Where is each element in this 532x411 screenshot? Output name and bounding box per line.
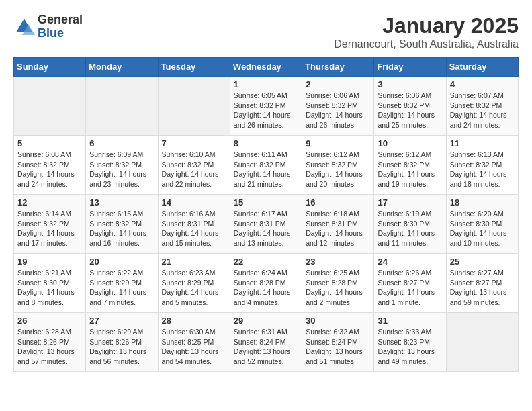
day-number: 31: [378, 316, 442, 326]
day-number: 21: [162, 257, 226, 267]
logo-icon: [13, 16, 35, 38]
weekday-header-row: SundayMondayTuesdayWednesdayThursdayFrid…: [14, 58, 519, 77]
calendar-cell: [86, 77, 158, 136]
calendar-cell: 8Sunrise: 6:11 AMSunset: 8:32 PMDaylight…: [230, 136, 302, 195]
calendar-cell: 10Sunrise: 6:12 AMSunset: 8:32 PMDayligh…: [374, 136, 446, 195]
day-info: Sunrise: 6:14 AMSunset: 8:32 PMDaylight:…: [17, 209, 82, 248]
day-number: 27: [89, 316, 154, 326]
day-number: 25: [450, 257, 515, 267]
week-row-2: 5Sunrise: 6:08 AMSunset: 8:32 PMDaylight…: [14, 136, 519, 195]
day-number: 26: [17, 316, 82, 326]
day-info: Sunrise: 6:25 AMSunset: 8:28 PMDaylight:…: [306, 268, 370, 308]
day-number: 18: [450, 197, 515, 208]
day-info: Sunrise: 6:17 AMSunset: 8:31 PMDaylight:…: [234, 209, 298, 248]
day-info: Sunrise: 6:20 AMSunset: 8:30 PMDaylight:…: [450, 209, 515, 248]
calendar-cell: 14Sunrise: 6:16 AMSunset: 8:31 PMDayligh…: [158, 195, 230, 254]
weekday-header-sunday: Sunday: [14, 58, 86, 77]
day-info: Sunrise: 6:32 AMSunset: 8:24 PMDaylight:…: [306, 327, 370, 367]
day-info: Sunrise: 6:23 AMSunset: 8:29 PMDaylight:…: [162, 268, 226, 308]
calendar-cell: 21Sunrise: 6:23 AMSunset: 8:29 PMDayligh…: [158, 254, 230, 313]
calendar-cell: [158, 77, 230, 136]
day-number: 23: [306, 257, 370, 267]
calendar-cell: 18Sunrise: 6:20 AMSunset: 8:30 PMDayligh…: [446, 195, 518, 254]
day-info: Sunrise: 6:31 AMSunset: 8:24 PMDaylight:…: [234, 327, 298, 367]
week-row-4: 19Sunrise: 6:21 AMSunset: 8:30 PMDayligh…: [14, 254, 519, 313]
calendar-cell: 16Sunrise: 6:18 AMSunset: 8:31 PMDayligh…: [302, 195, 374, 254]
day-info: Sunrise: 6:29 AMSunset: 8:26 PMDaylight:…: [89, 327, 154, 367]
day-info: Sunrise: 6:09 AMSunset: 8:32 PMDaylight:…: [89, 150, 154, 189]
calendar: SundayMondayTuesdayWednesdayThursdayFrid…: [13, 57, 519, 372]
day-info: Sunrise: 6:08 AMSunset: 8:32 PMDaylight:…: [17, 150, 82, 189]
logo-blue-text: Blue: [38, 27, 83, 40]
day-info: Sunrise: 6:16 AMSunset: 8:31 PMDaylight:…: [162, 209, 226, 248]
day-info: Sunrise: 6:06 AMSunset: 8:32 PMDaylight:…: [378, 91, 442, 130]
calendar-cell: 13Sunrise: 6:15 AMSunset: 8:32 PMDayligh…: [86, 195, 158, 254]
day-number: 20: [89, 257, 154, 267]
day-info: Sunrise: 6:26 AMSunset: 8:27 PMDaylight:…: [378, 268, 442, 308]
day-number: 11: [450, 138, 515, 148]
calendar-cell: 25Sunrise: 6:27 AMSunset: 8:27 PMDayligh…: [446, 254, 518, 313]
day-info: Sunrise: 6:22 AMSunset: 8:29 PMDaylight:…: [89, 268, 154, 308]
month-title: January 2025: [334, 13, 519, 38]
calendar-cell: 26Sunrise: 6:28 AMSunset: 8:26 PMDayligh…: [14, 313, 86, 372]
day-info: Sunrise: 6:12 AMSunset: 8:32 PMDaylight:…: [378, 150, 442, 189]
calendar-cell: 24Sunrise: 6:26 AMSunset: 8:27 PMDayligh…: [374, 254, 446, 313]
calendar-cell: 17Sunrise: 6:19 AMSunset: 8:30 PMDayligh…: [374, 195, 446, 254]
day-number: 3: [378, 79, 442, 89]
day-number: 30: [306, 316, 370, 326]
calendar-cell: 23Sunrise: 6:25 AMSunset: 8:28 PMDayligh…: [302, 254, 374, 313]
day-info: Sunrise: 6:10 AMSunset: 8:32 PMDaylight:…: [162, 150, 226, 189]
weekday-header-wednesday: Wednesday: [230, 58, 302, 77]
day-info: Sunrise: 6:24 AMSunset: 8:28 PMDaylight:…: [234, 268, 298, 308]
day-number: 5: [17, 138, 82, 148]
day-info: Sunrise: 6:13 AMSunset: 8:32 PMDaylight:…: [450, 150, 515, 189]
calendar-cell: 4Sunrise: 6:07 AMSunset: 8:32 PMDaylight…: [446, 77, 518, 136]
day-number: 6: [89, 138, 154, 148]
week-row-5: 26Sunrise: 6:28 AMSunset: 8:26 PMDayligh…: [14, 313, 519, 372]
weekday-header-monday: Monday: [86, 58, 158, 77]
calendar-cell: 20Sunrise: 6:22 AMSunset: 8:29 PMDayligh…: [86, 254, 158, 313]
day-info: Sunrise: 6:06 AMSunset: 8:32 PMDaylight:…: [306, 91, 370, 130]
title-area: January 2025 Dernancourt, South Australi…: [334, 13, 519, 50]
day-number: 9: [306, 138, 370, 148]
calendar-cell: 30Sunrise: 6:32 AMSunset: 8:24 PMDayligh…: [302, 313, 374, 372]
calendar-cell: 1Sunrise: 6:05 AMSunset: 8:32 PMDaylight…: [230, 77, 302, 136]
week-row-3: 12Sunrise: 6:14 AMSunset: 8:32 PMDayligh…: [14, 195, 519, 254]
day-number: 8: [234, 138, 298, 148]
calendar-cell: 19Sunrise: 6:21 AMSunset: 8:30 PMDayligh…: [14, 254, 86, 313]
calendar-cell: 11Sunrise: 6:13 AMSunset: 8:32 PMDayligh…: [446, 136, 518, 195]
day-info: Sunrise: 6:05 AMSunset: 8:32 PMDaylight:…: [234, 91, 298, 130]
day-number: 4: [450, 79, 515, 89]
weekday-header-tuesday: Tuesday: [158, 58, 230, 77]
day-number: 24: [378, 257, 442, 267]
day-info: Sunrise: 6:30 AMSunset: 8:25 PMDaylight:…: [162, 327, 226, 367]
day-number: 22: [234, 257, 298, 267]
calendar-cell: 3Sunrise: 6:06 AMSunset: 8:32 PMDaylight…: [374, 77, 446, 136]
calendar-cell: 9Sunrise: 6:12 AMSunset: 8:32 PMDaylight…: [302, 136, 374, 195]
day-info: Sunrise: 6:11 AMSunset: 8:32 PMDaylight:…: [234, 150, 298, 189]
day-info: Sunrise: 6:33 AMSunset: 8:23 PMDaylight:…: [378, 327, 442, 367]
weekday-header-friday: Friday: [374, 58, 446, 77]
calendar-cell: 2Sunrise: 6:06 AMSunset: 8:32 PMDaylight…: [302, 77, 374, 136]
weekday-header-saturday: Saturday: [446, 58, 518, 77]
day-info: Sunrise: 6:21 AMSunset: 8:30 PMDaylight:…: [17, 268, 82, 308]
day-number: 17: [378, 197, 442, 208]
calendar-cell: 7Sunrise: 6:10 AMSunset: 8:32 PMDaylight…: [158, 136, 230, 195]
calendar-cell: 6Sunrise: 6:09 AMSunset: 8:32 PMDaylight…: [86, 136, 158, 195]
calendar-cell: [446, 313, 518, 372]
week-row-1: 1Sunrise: 6:05 AMSunset: 8:32 PMDaylight…: [14, 77, 519, 136]
day-info: Sunrise: 6:19 AMSunset: 8:30 PMDaylight:…: [378, 209, 442, 248]
calendar-cell: 5Sunrise: 6:08 AMSunset: 8:32 PMDaylight…: [14, 136, 86, 195]
day-number: 15: [234, 197, 298, 208]
location-title: Dernancourt, South Australia, Australia: [334, 38, 519, 50]
calendar-cell: 31Sunrise: 6:33 AMSunset: 8:23 PMDayligh…: [374, 313, 446, 372]
day-number: 10: [378, 138, 442, 148]
header: General Blue January 2025 Dernancourt, S…: [13, 13, 519, 50]
day-number: 13: [89, 197, 154, 208]
day-number: 12: [17, 197, 82, 208]
day-info: Sunrise: 6:27 AMSunset: 8:27 PMDaylight:…: [450, 268, 515, 308]
day-info: Sunrise: 6:07 AMSunset: 8:32 PMDaylight:…: [450, 91, 515, 130]
calendar-cell: 15Sunrise: 6:17 AMSunset: 8:31 PMDayligh…: [230, 195, 302, 254]
day-number: 14: [162, 197, 226, 208]
day-info: Sunrise: 6:28 AMSunset: 8:26 PMDaylight:…: [17, 327, 82, 367]
